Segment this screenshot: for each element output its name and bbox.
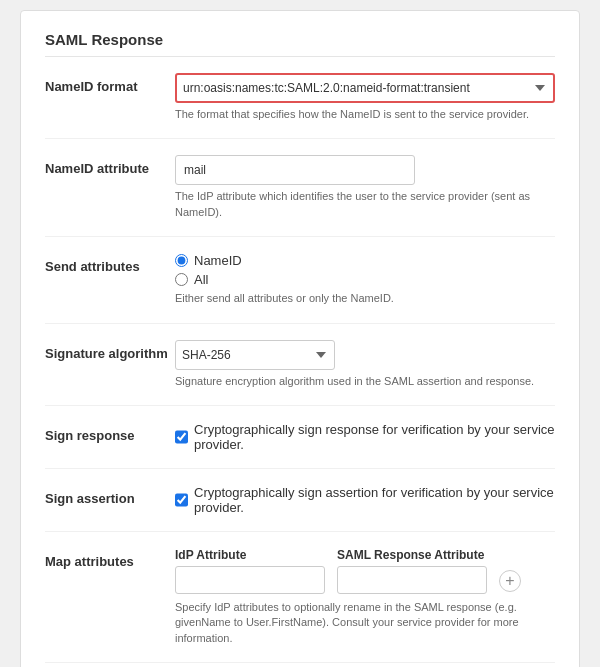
send-nameid-radio[interactable] (175, 254, 188, 267)
map-saml-col-label: SAML Response Attribute (337, 548, 487, 562)
map-saml-input[interactable] (337, 566, 487, 594)
map-attributes-content: IdP Attribute SAML Response Attribute + … (175, 548, 555, 646)
sign-response-row: Sign response Cryptographically sign res… (45, 422, 555, 469)
send-nameid-option[interactable]: NameID (175, 253, 555, 268)
signature-algorithm-hint: Signature encryption algorithm used in t… (175, 374, 555, 389)
nameid-format-select[interactable]: urn:oasis:names:tc:SAML:2.0:nameid-forma… (175, 73, 555, 103)
map-idp-col: IdP Attribute (175, 548, 325, 594)
send-all-option[interactable]: All (175, 272, 555, 287)
nameid-format-content: urn:oasis:names:tc:SAML:2.0:nameid-forma… (175, 73, 555, 122)
map-attributes-add-button[interactable]: + (499, 570, 521, 592)
send-attributes-row: Send attributes NameID All Either send a… (45, 253, 555, 323)
nameid-attribute-hint: The IdP attribute which identifies the u… (175, 189, 555, 220)
nameid-attribute-content: The IdP attribute which identifies the u… (175, 155, 555, 220)
send-attributes-label: Send attributes (45, 253, 175, 276)
map-idp-input[interactable] (175, 566, 325, 594)
send-attributes-radio-group: NameID All (175, 253, 555, 287)
nameid-attribute-input[interactable] (175, 155, 415, 185)
send-all-radio[interactable] (175, 273, 188, 286)
card-title: SAML Response (45, 31, 555, 57)
signature-algorithm-label: Signature algorithm (45, 340, 175, 363)
nameid-format-hint: The format that specifies how the NameID… (175, 107, 555, 122)
map-idp-col-label: IdP Attribute (175, 548, 325, 562)
map-saml-col: SAML Response Attribute (337, 548, 487, 594)
sign-assertion-row: Sign assertion Cryptographically sign as… (45, 485, 555, 532)
sign-response-checkbox-label[interactable]: Cryptographically sign response for veri… (175, 422, 555, 452)
sign-assertion-hint: Cryptographically sign assertion for ver… (194, 485, 555, 515)
nameid-format-label: NameID format (45, 73, 175, 96)
signature-algorithm-select[interactable]: SHA-256 SHA-1 SHA-512 (175, 340, 335, 370)
send-nameid-label: NameID (194, 253, 242, 268)
nameid-attribute-row: NameID attribute The IdP attribute which… (45, 155, 555, 237)
sign-assertion-checkbox[interactable] (175, 493, 188, 507)
map-attributes-hint: Specify IdP attributes to optionally ren… (175, 600, 555, 646)
sign-response-label: Sign response (45, 422, 175, 445)
nameid-attribute-label: NameID attribute (45, 155, 175, 178)
sign-response-content: Cryptographically sign response for veri… (175, 422, 555, 452)
signature-algorithm-row: Signature algorithm SHA-256 SHA-1 SHA-51… (45, 340, 555, 406)
map-attributes-grid: IdP Attribute SAML Response Attribute + (175, 548, 555, 594)
nameid-format-row: NameID format urn:oasis:names:tc:SAML:2.… (45, 73, 555, 139)
map-attributes-label: Map attributes (45, 548, 175, 571)
sign-response-checkbox[interactable] (175, 430, 188, 444)
sign-assertion-content: Cryptographically sign assertion for ver… (175, 485, 555, 515)
send-all-label: All (194, 272, 208, 287)
send-attributes-content: NameID All Either send all attributes or… (175, 253, 555, 306)
sign-assertion-checkbox-label[interactable]: Cryptographically sign assertion for ver… (175, 485, 555, 515)
sign-response-hint: Cryptographically sign response for veri… (194, 422, 555, 452)
map-attributes-row: Map attributes IdP Attribute SAML Respon… (45, 548, 555, 663)
send-attributes-hint: Either send all attributes or only the N… (175, 291, 555, 306)
signature-algorithm-content: SHA-256 SHA-1 SHA-512 Signature encrypti… (175, 340, 555, 389)
saml-response-card: SAML Response NameID format urn:oasis:na… (20, 10, 580, 667)
sign-assertion-label: Sign assertion (45, 485, 175, 508)
